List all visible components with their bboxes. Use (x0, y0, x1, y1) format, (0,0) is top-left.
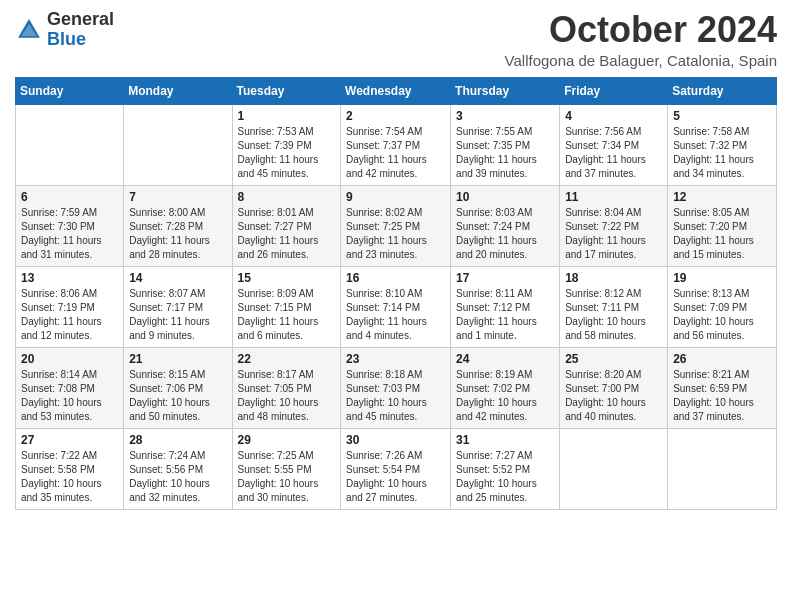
day-number: 17 (456, 271, 554, 285)
table-row: 23Sunrise: 8:18 AMSunset: 7:03 PMDayligh… (341, 347, 451, 428)
day-info: Sunrise: 8:14 AMSunset: 7:08 PMDaylight:… (21, 368, 118, 424)
calendar-week-5: 27Sunrise: 7:22 AMSunset: 5:58 PMDayligh… (16, 428, 777, 509)
table-row: 8Sunrise: 8:01 AMSunset: 7:27 PMDaylight… (232, 185, 341, 266)
day-info: Sunrise: 8:20 AMSunset: 7:00 PMDaylight:… (565, 368, 662, 424)
day-info: Sunrise: 7:54 AMSunset: 7:37 PMDaylight:… (346, 125, 445, 181)
table-row: 16Sunrise: 8:10 AMSunset: 7:14 PMDayligh… (341, 266, 451, 347)
table-row: 22Sunrise: 8:17 AMSunset: 7:05 PMDayligh… (232, 347, 341, 428)
table-row: 30Sunrise: 7:26 AMSunset: 5:54 PMDayligh… (341, 428, 451, 509)
col-friday: Friday (560, 77, 668, 104)
day-number: 12 (673, 190, 771, 204)
day-number: 29 (238, 433, 336, 447)
day-number: 1 (238, 109, 336, 123)
day-number: 27 (21, 433, 118, 447)
day-number: 6 (21, 190, 118, 204)
day-number: 13 (21, 271, 118, 285)
day-info: Sunrise: 8:00 AMSunset: 7:28 PMDaylight:… (129, 206, 226, 262)
table-row: 20Sunrise: 8:14 AMSunset: 7:08 PMDayligh… (16, 347, 124, 428)
day-info: Sunrise: 8:01 AMSunset: 7:27 PMDaylight:… (238, 206, 336, 262)
day-info: Sunrise: 8:09 AMSunset: 7:15 PMDaylight:… (238, 287, 336, 343)
table-row: 21Sunrise: 8:15 AMSunset: 7:06 PMDayligh… (124, 347, 232, 428)
day-info: Sunrise: 8:02 AMSunset: 7:25 PMDaylight:… (346, 206, 445, 262)
day-info: Sunrise: 8:18 AMSunset: 7:03 PMDaylight:… (346, 368, 445, 424)
page-header: General Blue October 2024 Vallfogona de … (15, 10, 777, 69)
logo: General Blue (15, 10, 114, 50)
logo-blue: Blue (47, 30, 114, 50)
day-info: Sunrise: 8:05 AMSunset: 7:20 PMDaylight:… (673, 206, 771, 262)
calendar-week-3: 13Sunrise: 8:06 AMSunset: 7:19 PMDayligh… (16, 266, 777, 347)
day-info: Sunrise: 8:19 AMSunset: 7:02 PMDaylight:… (456, 368, 554, 424)
day-number: 30 (346, 433, 445, 447)
day-info: Sunrise: 8:06 AMSunset: 7:19 PMDaylight:… (21, 287, 118, 343)
day-number: 22 (238, 352, 336, 366)
day-number: 14 (129, 271, 226, 285)
day-number: 4 (565, 109, 662, 123)
table-row: 6Sunrise: 7:59 AMSunset: 7:30 PMDaylight… (16, 185, 124, 266)
table-row: 19Sunrise: 8:13 AMSunset: 7:09 PMDayligh… (668, 266, 777, 347)
table-row: 3Sunrise: 7:55 AMSunset: 7:35 PMDaylight… (451, 104, 560, 185)
table-row (16, 104, 124, 185)
col-wednesday: Wednesday (341, 77, 451, 104)
table-row: 26Sunrise: 8:21 AMSunset: 6:59 PMDayligh… (668, 347, 777, 428)
table-row: 31Sunrise: 7:27 AMSunset: 5:52 PMDayligh… (451, 428, 560, 509)
day-info: Sunrise: 8:03 AMSunset: 7:24 PMDaylight:… (456, 206, 554, 262)
table-row: 5Sunrise: 7:58 AMSunset: 7:32 PMDaylight… (668, 104, 777, 185)
table-row: 2Sunrise: 7:54 AMSunset: 7:37 PMDaylight… (341, 104, 451, 185)
table-row: 13Sunrise: 8:06 AMSunset: 7:19 PMDayligh… (16, 266, 124, 347)
day-number: 26 (673, 352, 771, 366)
table-row: 24Sunrise: 8:19 AMSunset: 7:02 PMDayligh… (451, 347, 560, 428)
table-row: 12Sunrise: 8:05 AMSunset: 7:20 PMDayligh… (668, 185, 777, 266)
calendar-week-1: 1Sunrise: 7:53 AMSunset: 7:39 PMDaylight… (16, 104, 777, 185)
day-info: Sunrise: 7:27 AMSunset: 5:52 PMDaylight:… (456, 449, 554, 505)
table-row: 15Sunrise: 8:09 AMSunset: 7:15 PMDayligh… (232, 266, 341, 347)
day-info: Sunrise: 8:07 AMSunset: 7:17 PMDaylight:… (129, 287, 226, 343)
calendar-week-2: 6Sunrise: 7:59 AMSunset: 7:30 PMDaylight… (16, 185, 777, 266)
day-number: 23 (346, 352, 445, 366)
day-number: 25 (565, 352, 662, 366)
table-row: 28Sunrise: 7:24 AMSunset: 5:56 PMDayligh… (124, 428, 232, 509)
month-title: October 2024 (505, 10, 777, 50)
logo-general: General (47, 10, 114, 30)
day-info: Sunrise: 7:56 AMSunset: 7:34 PMDaylight:… (565, 125, 662, 181)
day-info: Sunrise: 7:58 AMSunset: 7:32 PMDaylight:… (673, 125, 771, 181)
table-row: 29Sunrise: 7:25 AMSunset: 5:55 PMDayligh… (232, 428, 341, 509)
day-info: Sunrise: 8:17 AMSunset: 7:05 PMDaylight:… (238, 368, 336, 424)
day-number: 7 (129, 190, 226, 204)
day-number: 3 (456, 109, 554, 123)
title-section: October 2024 Vallfogona de Balaguer, Cat… (505, 10, 777, 69)
day-number: 10 (456, 190, 554, 204)
day-number: 8 (238, 190, 336, 204)
col-saturday: Saturday (668, 77, 777, 104)
day-number: 28 (129, 433, 226, 447)
table-row (124, 104, 232, 185)
col-monday: Monday (124, 77, 232, 104)
table-row: 14Sunrise: 8:07 AMSunset: 7:17 PMDayligh… (124, 266, 232, 347)
day-number: 9 (346, 190, 445, 204)
day-number: 24 (456, 352, 554, 366)
day-number: 11 (565, 190, 662, 204)
table-row: 9Sunrise: 8:02 AMSunset: 7:25 PMDaylight… (341, 185, 451, 266)
table-row: 7Sunrise: 8:00 AMSunset: 7:28 PMDaylight… (124, 185, 232, 266)
table-row: 10Sunrise: 8:03 AMSunset: 7:24 PMDayligh… (451, 185, 560, 266)
table-row: 17Sunrise: 8:11 AMSunset: 7:12 PMDayligh… (451, 266, 560, 347)
day-number: 18 (565, 271, 662, 285)
table-row: 18Sunrise: 8:12 AMSunset: 7:11 PMDayligh… (560, 266, 668, 347)
day-info: Sunrise: 7:53 AMSunset: 7:39 PMDaylight:… (238, 125, 336, 181)
day-info: Sunrise: 8:15 AMSunset: 7:06 PMDaylight:… (129, 368, 226, 424)
day-info: Sunrise: 7:22 AMSunset: 5:58 PMDaylight:… (21, 449, 118, 505)
day-info: Sunrise: 8:11 AMSunset: 7:12 PMDaylight:… (456, 287, 554, 343)
day-number: 21 (129, 352, 226, 366)
day-number: 31 (456, 433, 554, 447)
table-row: 27Sunrise: 7:22 AMSunset: 5:58 PMDayligh… (16, 428, 124, 509)
table-row: 4Sunrise: 7:56 AMSunset: 7:34 PMDaylight… (560, 104, 668, 185)
day-info: Sunrise: 7:55 AMSunset: 7:35 PMDaylight:… (456, 125, 554, 181)
day-info: Sunrise: 7:59 AMSunset: 7:30 PMDaylight:… (21, 206, 118, 262)
day-number: 19 (673, 271, 771, 285)
table-row: 11Sunrise: 8:04 AMSunset: 7:22 PMDayligh… (560, 185, 668, 266)
day-info: Sunrise: 8:21 AMSunset: 6:59 PMDaylight:… (673, 368, 771, 424)
calendar-table: Sunday Monday Tuesday Wednesday Thursday… (15, 77, 777, 510)
table-row: 1Sunrise: 7:53 AMSunset: 7:39 PMDaylight… (232, 104, 341, 185)
col-thursday: Thursday (451, 77, 560, 104)
col-tuesday: Tuesday (232, 77, 341, 104)
day-info: Sunrise: 8:04 AMSunset: 7:22 PMDaylight:… (565, 206, 662, 262)
